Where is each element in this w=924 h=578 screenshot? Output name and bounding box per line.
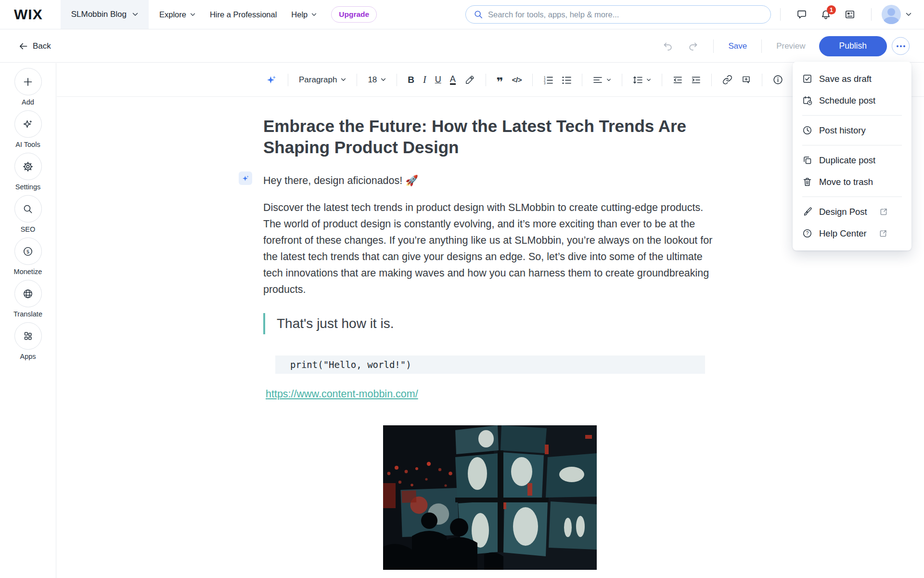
nav-help[interactable]: Help [291, 10, 317, 19]
line-spacing-button[interactable] [633, 75, 651, 85]
font-size-select[interactable]: 18 [368, 75, 386, 85]
divider [871, 8, 872, 21]
underline-button[interactable]: U [435, 75, 441, 85]
menu-divider [802, 197, 902, 197]
blockquote[interactable]: That's just how it is. [263, 313, 713, 334]
bullet-list-button[interactable] [562, 75, 571, 85]
divider [397, 74, 397, 86]
comment-plus-icon [741, 75, 751, 85]
redo-button[interactable] [687, 40, 699, 52]
notification-badge: 1 [827, 5, 836, 14]
wix-logo[interactable]: WIX [14, 6, 43, 23]
topbar-right: 1 [465, 5, 924, 24]
grid-icon [23, 331, 33, 342]
paragraph[interactable]: Discover the latest tech trends in produ… [263, 199, 713, 216]
sidebar-item-settings[interactable]: Settings [14, 153, 42, 191]
dollar-icon: $ [23, 246, 33, 257]
sparkle-icon [22, 118, 34, 130]
ai-assistant-button[interactable] [266, 74, 277, 86]
clock-icon [802, 125, 812, 135]
nav-hire-a-professional[interactable]: Hire a Professional [210, 10, 277, 19]
checkbox-check-icon [802, 74, 812, 84]
back-label: Back [33, 41, 51, 51]
menu-item-duplicate-post[interactable]: Duplicate post [793, 149, 911, 171]
news-card-icon [844, 9, 856, 20]
divider [532, 74, 533, 86]
text-color-button[interactable]: A [450, 75, 456, 85]
undo-icon [662, 40, 674, 52]
code-block-button[interactable]: </> [512, 76, 522, 84]
menu-item-save-as-draft[interactable]: Save as draft [793, 68, 911, 90]
divider [780, 8, 781, 21]
sidebar-item-translate[interactable]: Translate [13, 280, 42, 318]
paragraph-style-select[interactable]: Paragraph [299, 75, 346, 85]
text-align-button[interactable] [593, 75, 611, 85]
ellipsis-icon [897, 45, 898, 47]
save-button[interactable]: Save [728, 41, 747, 51]
italic-button[interactable]: I [423, 74, 426, 85]
undo-button[interactable] [662, 40, 674, 52]
search-bar[interactable] [465, 5, 771, 24]
increase-indent-button[interactable] [691, 75, 701, 85]
menu-item-post-history[interactable]: Post history [793, 119, 911, 141]
info-button[interactable] [773, 75, 783, 85]
svg-text:$: $ [26, 249, 30, 255]
blockquote-button[interactable]: ❞ [497, 74, 503, 85]
bold-button[interactable]: B [408, 75, 414, 85]
upgrade-button[interactable]: Upgrade [331, 6, 377, 23]
post-link[interactable]: https://www.content-mobbin.com/ [266, 388, 418, 400]
account-menu-button[interactable] [882, 5, 911, 24]
chevron-down-icon [311, 13, 317, 16]
ai-sparkle-icon [266, 74, 277, 86]
indent-icon [691, 75, 701, 85]
back-button[interactable]: Back [18, 41, 51, 51]
notifications-button[interactable]: 1 [820, 9, 832, 20]
insert-comment-button[interactable] [741, 75, 751, 85]
more-actions-menu: Save as draft Schedule post Post history… [793, 62, 911, 250]
highlight-button[interactable] [464, 75, 475, 85]
menu-divider [802, 115, 902, 116]
insert-link-button[interactable] [722, 75, 732, 85]
calendar-clock-icon [802, 95, 812, 105]
paragraph[interactable]: The world of product design is constantl… [263, 216, 713, 298]
menu-item-move-to-trash[interactable]: Move to trash [793, 171, 911, 193]
search-input[interactable] [488, 10, 763, 19]
menu-divider [802, 145, 902, 145]
post-image[interactable] [383, 425, 597, 570]
decrease-indent-button[interactable] [673, 75, 682, 85]
quote-text[interactable]: That's just how it is. [277, 316, 713, 331]
sidebar-item-apps[interactable]: Apps [14, 322, 42, 360]
site-menu-button[interactable]: SLMobbin Blog [61, 0, 149, 29]
divider [711, 74, 712, 86]
post-title[interactable]: Embrace the Future: How the Latest Tech … [263, 116, 696, 158]
link-icon [722, 75, 732, 85]
divider [486, 74, 486, 86]
code-block[interactable]: print("Hello, world!") [275, 355, 705, 374]
external-link-icon [878, 229, 887, 238]
globe-icon [23, 289, 33, 299]
sidebar-item-monetize[interactable]: $ Monetize [14, 237, 42, 276]
back-arrow-icon [18, 41, 28, 51]
sidebar-item-seo[interactable]: SEO [14, 195, 42, 233]
chat-button[interactable] [796, 9, 808, 20]
menu-item-design-post[interactable]: Design Post [793, 201, 911, 223]
chevron-down-icon [341, 78, 346, 81]
nav-explore[interactable]: Explore [159, 10, 195, 19]
body-paragraphs[interactable]: Discover the latest tech trends in produ… [263, 199, 713, 298]
inline-ai-button[interactable] [239, 171, 252, 185]
duplicate-icon [802, 155, 812, 165]
more-actions-button[interactable] [892, 37, 910, 55]
sidebar-item-ai-tools[interactable]: AI Tools [14, 110, 42, 148]
sidebar-item-add[interactable]: Add [14, 68, 42, 106]
nav-explore-label: Explore [159, 10, 186, 19]
menu-item-help-center[interactable]: ? Help Center [793, 223, 911, 244]
intro-paragraph[interactable]: Hey there, design aficionados! 🚀 [263, 172, 713, 189]
blog-feed-button[interactable] [844, 9, 856, 20]
publish-button[interactable]: Publish [819, 36, 887, 56]
numbered-list-button[interactable]: 123 [543, 75, 553, 85]
ordered-list-icon: 123 [543, 75, 553, 85]
menu-item-schedule-post[interactable]: Schedule post [793, 90, 911, 111]
chevron-down-icon [132, 13, 138, 16]
paintbrush-icon [802, 207, 812, 217]
preview-button[interactable]: Preview [776, 41, 805, 51]
